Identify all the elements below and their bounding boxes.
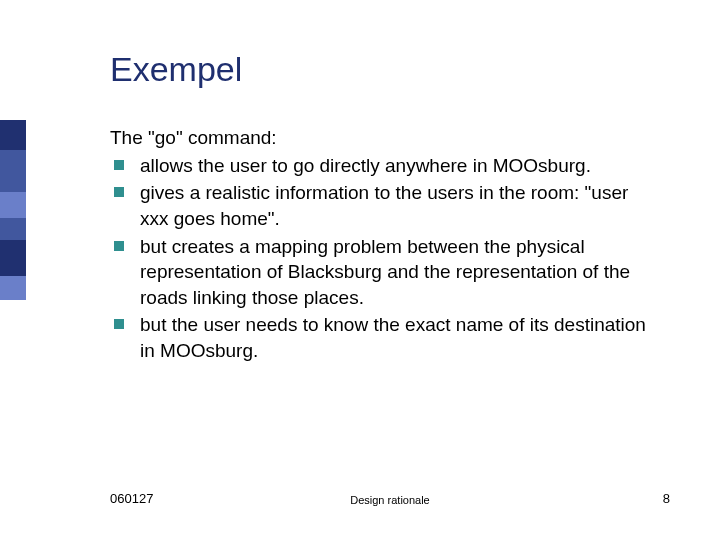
list-item: allows the user to go directly anywhere … <box>110 153 660 179</box>
sidebar-block <box>0 218 26 240</box>
bullet-text: but creates a mapping problem between th… <box>140 236 630 308</box>
sidebar-block <box>0 150 26 192</box>
intro-text: The "go" command: <box>110 125 660 151</box>
sidebar-block <box>0 192 26 218</box>
bullet-list: allows the user to go directly anywhere … <box>110 153 660 364</box>
bullet-text: allows the user to go directly anywhere … <box>140 155 591 176</box>
bullet-text: gives a realistic information to the use… <box>140 182 628 229</box>
sidebar-block <box>0 120 26 150</box>
slide: Exempel The "go" command: allows the use… <box>0 0 720 540</box>
bullet-icon <box>114 160 124 170</box>
bullet-icon <box>114 319 124 329</box>
footer-title: Design rationale <box>110 494 670 506</box>
list-item: but creates a mapping problem between th… <box>110 234 660 311</box>
sidebar-block <box>0 276 26 300</box>
footer-page-number: 8 <box>663 491 670 506</box>
bullet-text: but the user needs to know the exact nam… <box>140 314 646 361</box>
list-item: gives a realistic information to the use… <box>110 180 660 231</box>
bullet-icon <box>114 187 124 197</box>
decorative-sidebar <box>0 120 26 300</box>
slide-title: Exempel <box>110 50 660 89</box>
bullet-icon <box>114 241 124 251</box>
list-item: but the user needs to know the exact nam… <box>110 312 660 363</box>
sidebar-block <box>0 240 26 276</box>
